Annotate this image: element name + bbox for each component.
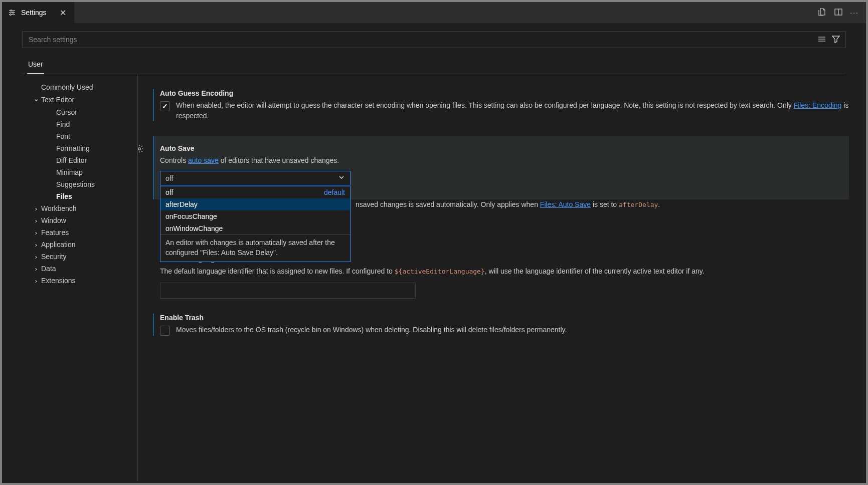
scope-user[interactable]: User	[27, 57, 44, 74]
chevron-icon	[31, 265, 41, 273]
toc-item-features[interactable]: Features	[22, 226, 132, 238]
toc-label: Data	[41, 265, 56, 273]
settings-tab-icon	[8, 9, 16, 17]
toc-label: Workbench	[41, 204, 77, 212]
tab-title: Settings	[21, 9, 47, 17]
link-auto-save[interactable]: auto save	[188, 156, 219, 164]
clear-search-icon[interactable]	[817, 35, 826, 45]
toc-label: Text Editor	[41, 96, 74, 104]
toc-item-font[interactable]: Font	[22, 130, 132, 142]
default-badge: default	[324, 188, 345, 196]
toc-item-text-editor[interactable]: Text Editor	[22, 93, 132, 106]
toc-item-workbench[interactable]: Workbench	[22, 202, 132, 214]
dropdown-help-text: An editor with changes is automatically …	[160, 235, 350, 262]
gear-icon[interactable]	[137, 144, 144, 155]
toc-item-formatting[interactable]: Formatting	[22, 142, 132, 154]
close-icon[interactable]: ✕	[58, 8, 68, 18]
select-auto-save[interactable]: off offdefaultafterDelayonFocusChangeonW…	[160, 171, 351, 185]
svg-point-5	[10, 14, 12, 16]
chevron-icon	[31, 277, 41, 285]
toc-item-extensions[interactable]: Extensions	[22, 275, 132, 287]
toc-label: Commonly Used	[41, 83, 93, 91]
chevron-icon	[31, 217, 41, 224]
toc-label: Extensions	[41, 277, 75, 285]
toc-item-suggestions[interactable]: Suggestions	[22, 178, 132, 190]
scope-tabs: User	[2, 52, 866, 74]
setting-description: Controls auto save of editors that have …	[160, 155, 842, 166]
toc-label: Security	[41, 253, 67, 261]
chevron-icon	[31, 229, 41, 236]
toc-item-security[interactable]: Security	[22, 251, 132, 263]
chevron-icon	[31, 205, 41, 212]
dropdown-auto-save: offdefaultafterDelayonFocusChangeonWindo…	[160, 186, 351, 262]
setting-title: Auto Save	[160, 144, 842, 152]
open-json-icon[interactable]	[818, 8, 827, 18]
input-default-language[interactable]	[160, 283, 416, 299]
split-editor-icon[interactable]	[834, 8, 843, 18]
setting-description: The default language identifier that is …	[160, 266, 849, 277]
setting-auto-guess-encoding: Auto Guess Encoding When enabled, the ed…	[153, 89, 849, 121]
setting-description: Moves files/folders to the OS trash (rec…	[176, 325, 567, 335]
settings-editor: Auto Guess Encoding When enabled, the ed…	[137, 74, 866, 481]
chevron-icon	[31, 241, 41, 249]
toc-item-data[interactable]: Data	[22, 263, 132, 275]
svg-point-11	[138, 148, 141, 150]
toc-label: Files	[56, 192, 72, 200]
toc-item-minimap[interactable]: Minimap	[22, 166, 132, 178]
checkbox-auto-guess-encoding[interactable]	[160, 101, 170, 111]
toc-item-window[interactable]: Window	[22, 214, 132, 226]
chevron-down-icon	[338, 174, 345, 182]
setting-auto-save: Auto Save Controls auto save of editors …	[153, 136, 849, 199]
toc-item-commonly-used[interactable]: Commonly Used	[22, 81, 132, 93]
settings-toc: Commonly UsedText EditorCursorFindFontFo…	[22, 74, 132, 481]
setting-title: Enable Trash	[160, 314, 849, 322]
toc-label: Cursor	[56, 108, 77, 116]
toc-label: Diff Editor	[56, 156, 87, 164]
toc-item-find[interactable]: Find	[22, 118, 132, 130]
toc-label: Minimap	[56, 168, 83, 176]
toc-item-files[interactable]: Files	[22, 190, 132, 202]
search-settings[interactable]	[22, 31, 846, 48]
tab-bar: Settings ✕ ···	[2, 2, 866, 23]
filter-icon[interactable]	[831, 35, 840, 45]
select-value: off	[165, 174, 173, 182]
toc-label: Features	[41, 228, 69, 236]
toc-label: Formatting	[56, 144, 90, 152]
setting-description: nsaved changes is saved automatically. O…	[356, 199, 849, 210]
dropdown-option-off[interactable]: offdefault	[160, 186, 350, 198]
dropdown-option-onWindowChange[interactable]: onWindowChange	[160, 222, 350, 234]
more-actions-icon[interactable]: ···	[850, 9, 859, 17]
setting-description: When enabled, the editor will attempt to…	[176, 100, 849, 121]
checkbox-enable-trash[interactable]	[160, 326, 170, 336]
svg-point-4	[13, 12, 14, 14]
toc-label: Suggestions	[56, 180, 95, 188]
toc-item-diff-editor[interactable]: Diff Editor	[22, 154, 132, 166]
chevron-icon	[31, 95, 41, 104]
editor-actions: ···	[811, 2, 866, 23]
dropdown-option-onFocusChange[interactable]: onFocusChange	[160, 210, 350, 222]
toc-label: Window	[41, 216, 66, 224]
search-input[interactable]	[23, 32, 812, 48]
tab-settings[interactable]: Settings ✕	[2, 2, 74, 23]
toc-label: Find	[56, 120, 70, 128]
svg-point-3	[11, 10, 12, 12]
setting-title: Auto Guess Encoding	[160, 89, 849, 97]
link-files-auto-save[interactable]: Files: Auto Save	[540, 200, 591, 208]
toc-item-cursor[interactable]: Cursor	[22, 106, 132, 118]
setting-enable-trash: Enable Trash Moves files/folders to the …	[153, 314, 849, 336]
toc-label: Application	[41, 240, 76, 249]
chevron-icon	[31, 253, 41, 261]
link-files-encoding[interactable]: Files: Encoding	[794, 101, 842, 109]
dropdown-option-afterDelay[interactable]: afterDelay	[160, 198, 350, 210]
toc-label: Font	[56, 132, 70, 140]
toc-item-application[interactable]: Application	[22, 238, 132, 251]
